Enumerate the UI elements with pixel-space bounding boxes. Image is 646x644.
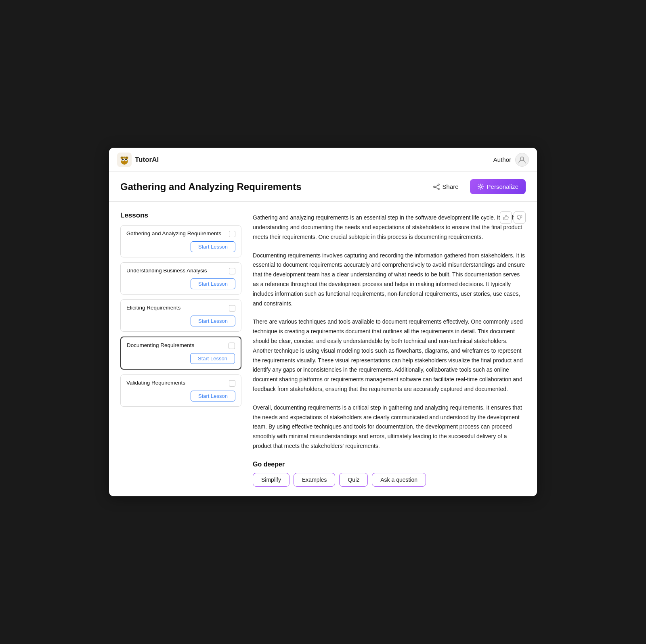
lesson-5-checkbox[interactable] bbox=[229, 380, 235, 387]
lesson-3-start-button[interactable]: Start Lesson bbox=[191, 316, 235, 326]
personalize-label: Personalize bbox=[487, 183, 518, 190]
lesson-2-start-button[interactable]: Start Lesson bbox=[191, 278, 235, 289]
share-label: Share bbox=[443, 183, 459, 190]
lessons-heading: Lessons bbox=[120, 211, 241, 220]
app-window: TutorAI Author Gathering and Analyzing R… bbox=[109, 148, 537, 496]
personalize-icon bbox=[477, 183, 484, 190]
user-avatar-icon[interactable] bbox=[515, 153, 529, 167]
lesson-card-3-header: Eliciting Requirements bbox=[126, 305, 235, 312]
go-deeper-actions: Simplify Examples Quiz Ask a question bbox=[253, 473, 526, 487]
lesson-3-checkbox[interactable] bbox=[229, 305, 235, 312]
content-paragraph-1: Gathering and analyzing requirements is … bbox=[253, 211, 526, 242]
header-left: TutorAI bbox=[117, 153, 159, 167]
share-button[interactable]: Share bbox=[427, 180, 464, 194]
svg-line-16 bbox=[435, 187, 438, 188]
examples-button[interactable]: Examples bbox=[294, 473, 335, 487]
svg-point-14 bbox=[438, 188, 439, 190]
main-content: Lessons Gathering and Analyzing Requirem… bbox=[109, 202, 537, 496]
svg-point-9 bbox=[121, 157, 123, 158]
lesson-5-start-button[interactable]: Start Lesson bbox=[191, 391, 235, 401]
go-deeper-section: Go deeper Simplify Examples Quiz Ask a q… bbox=[253, 461, 526, 487]
svg-point-11 bbox=[520, 157, 524, 160]
lesson-1-checkbox[interactable] bbox=[229, 231, 235, 237]
lesson-card-2: Understanding Business Analysis Start Le… bbox=[120, 262, 241, 295]
lessons-panel: Lessons Gathering and Analyzing Requirem… bbox=[120, 211, 241, 487]
lesson-card-4-header: Documenting Requirements bbox=[127, 342, 235, 349]
author-label: Author bbox=[493, 156, 511, 163]
content-paragraph-3: There are various techniques and tools a… bbox=[253, 316, 526, 394]
owl-logo-icon bbox=[117, 153, 132, 167]
lesson-4-name: Documenting Requirements bbox=[127, 342, 225, 348]
app-title: TutorAI bbox=[135, 156, 159, 164]
lesson-card-4: Documenting Requirements Start Lesson bbox=[120, 337, 241, 370]
quiz-button[interactable]: Quiz bbox=[339, 473, 368, 487]
ask-question-button[interactable]: Ask a question bbox=[372, 473, 426, 487]
feedback-icons bbox=[500, 211, 526, 224]
svg-line-15 bbox=[435, 185, 438, 187]
page-title: Gathering and Analyzing Requirements bbox=[120, 181, 302, 192]
content-panel: Gathering and analyzing requirements is … bbox=[253, 211, 526, 487]
lesson-3-name: Eliciting Requirements bbox=[126, 305, 226, 311]
svg-point-12 bbox=[438, 184, 439, 186]
content-paragraph-2: Documenting requirements involves captur… bbox=[253, 249, 526, 309]
lesson-4-checkbox[interactable] bbox=[229, 343, 235, 349]
lesson-card-2-header: Understanding Business Analysis bbox=[126, 268, 235, 274]
thumbs-down-icon bbox=[517, 215, 522, 220]
lesson-4-start-button[interactable]: Start Lesson bbox=[190, 353, 235, 364]
simplify-button[interactable]: Simplify bbox=[253, 473, 289, 487]
thumbs-up-button[interactable] bbox=[500, 211, 512, 224]
lesson-card-1: Gathering and Analyzing Requirements Sta… bbox=[120, 225, 241, 257]
go-deeper-heading: Go deeper bbox=[253, 461, 526, 468]
content-paragraph-4: Overall, documenting requirements is a c… bbox=[253, 401, 526, 451]
lesson-5-name: Validating Requirements bbox=[126, 380, 226, 386]
page-title-bar: Gathering and Analyzing Requirements Sha… bbox=[109, 172, 537, 202]
lesson-2-name: Understanding Business Analysis bbox=[126, 268, 226, 274]
svg-point-10 bbox=[126, 157, 128, 158]
header: TutorAI Author bbox=[109, 148, 537, 172]
svg-point-13 bbox=[433, 186, 435, 188]
title-actions: Share Personalize bbox=[427, 179, 526, 194]
lesson-card-3: Eliciting Requirements Start Lesson bbox=[120, 299, 241, 332]
lesson-card-5: Validating Requirements Start Lesson bbox=[120, 374, 241, 407]
lesson-card-1-header: Gathering and Analyzing Requirements bbox=[126, 230, 235, 237]
thumbs-down-button[interactable] bbox=[514, 211, 526, 224]
lesson-1-name: Gathering and Analyzing Requirements bbox=[126, 230, 226, 236]
lesson-card-5-header: Validating Requirements bbox=[126, 380, 235, 387]
thumbs-up-icon bbox=[503, 215, 509, 220]
lesson-1-start-button[interactable]: Start Lesson bbox=[191, 241, 235, 252]
personalize-button[interactable]: Personalize bbox=[470, 179, 526, 194]
svg-point-17 bbox=[480, 186, 482, 188]
lesson-2-checkbox[interactable] bbox=[229, 268, 235, 274]
header-right: Author bbox=[493, 153, 529, 167]
share-icon bbox=[433, 183, 440, 190]
